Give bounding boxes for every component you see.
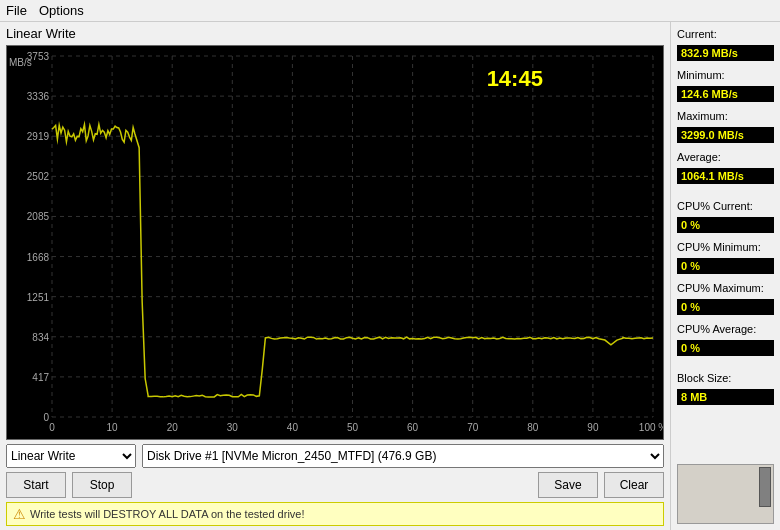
warning-icon: ⚠ [13,506,26,522]
maximum-value: 3299.0 MB/s [677,127,774,143]
chart-canvas [7,46,663,439]
current-label: Current: [677,28,774,40]
right-panel: Current: 832.9 MB/s Minimum: 124.6 MB/s … [670,22,780,530]
clear-button[interactable]: Clear [604,472,664,498]
left-panel: Linear Write Linear Write Disk Drive #1 … [0,22,670,530]
control-row2-wrapper: Start Stop Save Clear [6,472,664,498]
warning-text: Write tests will DESTROY ALL DATA on the… [30,508,305,520]
cpu-average-value: 0 % [677,340,774,356]
cpu-maximum-label: CPU% Maximum: [677,282,774,294]
average-label: Average: [677,151,774,163]
main-container: Linear Write Linear Write Disk Drive #1 … [0,22,780,530]
minimum-label: Minimum: [677,69,774,81]
test-type-select[interactable]: Linear Write [6,444,136,468]
cpu-current-label: CPU% Current: [677,200,774,212]
scrollbar-thumb[interactable] [759,467,771,507]
scrollbar-container[interactable] [677,464,774,524]
stop-button[interactable]: Stop [72,472,132,498]
cpu-average-label: CPU% Average: [677,323,774,335]
current-value: 832.9 MB/s [677,45,774,61]
block-size-value: 8 MB [677,389,774,405]
maximum-label: Maximum: [677,110,774,122]
menu-options[interactable]: Options [39,3,84,18]
average-value: 1064.1 MB/s [677,168,774,184]
control-row1: Linear Write Disk Drive #1 [NVMe Micron_… [6,444,664,468]
warning-bar: ⚠ Write tests will DESTROY ALL DATA on t… [6,502,664,526]
cpu-minimum-value: 0 % [677,258,774,274]
menu-file[interactable]: File [6,3,27,18]
cpu-minimum-label: CPU% Minimum: [677,241,774,253]
minimum-value: 124.6 MB/s [677,86,774,102]
menubar: File Options [0,0,780,22]
chart-area [6,45,664,440]
chart-title: Linear Write [6,26,664,41]
block-size-label: Block Size: [677,372,774,384]
save-button[interactable]: Save [538,472,598,498]
cpu-maximum-value: 0 % [677,299,774,315]
cpu-current-value: 0 % [677,217,774,233]
drive-select[interactable]: Disk Drive #1 [NVMe Micron_2450_MTFD] (4… [142,444,664,468]
start-button[interactable]: Start [6,472,66,498]
bottom-controls: Linear Write Disk Drive #1 [NVMe Micron_… [6,444,664,526]
